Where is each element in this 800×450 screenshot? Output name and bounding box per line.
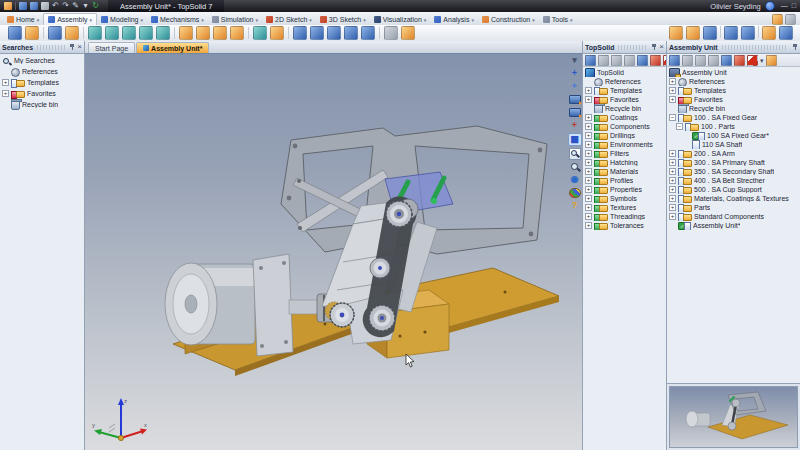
redo-icon[interactable]: ↷	[62, 2, 69, 10]
tree-item[interactable]: Recycle bin	[0, 99, 84, 110]
collapse-all-icon[interactable]	[611, 55, 622, 66]
ribbon-tab-analysis[interactable]: Analysis▾	[430, 14, 478, 25]
expander-icon[interactable]: +	[585, 141, 592, 148]
refresh-icon[interactable]: ↻	[92, 2, 99, 10]
surface-icon[interactable]	[213, 26, 227, 40]
chevron-down-icon[interactable]: ▾	[309, 17, 312, 23]
expander-icon[interactable]: +	[585, 132, 592, 139]
expander-icon[interactable]: +	[2, 79, 9, 86]
select-icon[interactable]	[585, 55, 596, 66]
tree-item[interactable]: 100 SA Fixed Gear*	[667, 131, 800, 140]
minimize-button[interactable]: —	[781, 2, 788, 10]
ribbon-tab-assembly[interactable]: Assembly▾	[43, 13, 97, 25]
expander-icon[interactable]: +	[669, 195, 676, 202]
filter-icon[interactable]	[598, 55, 609, 66]
sketch-icon[interactable]	[230, 26, 244, 40]
collapse-icon[interactable]: ▾	[569, 55, 581, 66]
insert-component-icon[interactable]	[766, 55, 777, 66]
ribbon-tab-mechanisms[interactable]: Mechanisms▾	[147, 14, 208, 25]
section-icon[interactable]	[401, 26, 415, 40]
expander-icon[interactable]: +	[585, 159, 592, 166]
expander-icon[interactable]: +	[669, 177, 676, 184]
pin-icon[interactable]	[792, 43, 798, 51]
flag-icon[interactable]	[650, 55, 661, 66]
filter-icon[interactable]	[682, 55, 693, 66]
user-avatar[interactable]	[765, 1, 775, 11]
dropdown-icon[interactable]: ▾	[760, 56, 764, 65]
tree-item[interactable]: Recycle bin	[667, 104, 800, 113]
tree-item[interactable]: 110 SA Shaft	[667, 140, 800, 149]
tree-item[interactable]: +Components	[583, 122, 666, 131]
expander-icon[interactable]: +	[585, 168, 592, 175]
panel-grip[interactable]	[37, 45, 65, 50]
expander-icon[interactable]: +	[585, 195, 592, 202]
tree-item[interactable]: +Templates	[667, 86, 800, 95]
tree-item[interactable]: +Favorites	[667, 95, 800, 104]
ribbon-tab-2d-sketch[interactable]: 2D Sketch▾	[262, 14, 316, 25]
tree-item[interactable]: +Standard Components	[667, 212, 800, 221]
rotate-icon[interactable]	[105, 26, 119, 40]
sync-icon[interactable]	[637, 55, 648, 66]
tree-item[interactable]: +Materials, Coatings & Textures	[667, 194, 800, 203]
tree-item[interactable]: TopSolid	[583, 68, 666, 77]
expander-icon[interactable]: +	[669, 204, 676, 211]
tree-item[interactable]: +Favorites	[583, 95, 666, 104]
view-back-icon[interactable]	[361, 26, 375, 40]
tree-item[interactable]: +300 . SA Primary Shaft	[667, 158, 800, 167]
list-icon[interactable]	[724, 26, 738, 40]
maximize-button[interactable]: □	[792, 2, 796, 10]
expander-icon[interactable]: +	[669, 150, 676, 157]
view-orient2-icon[interactable]	[569, 107, 581, 118]
tree-item[interactable]: +350 . SA Secondary Shaft	[667, 167, 800, 176]
chevron-down-icon[interactable]: ▾	[140, 17, 143, 23]
analysis-icon[interactable]	[384, 26, 398, 40]
tree-icon[interactable]	[741, 26, 755, 40]
tree-item[interactable]: Assembly Unit	[667, 68, 800, 77]
chevron-down-icon[interactable]: ▾	[37, 17, 40, 23]
help-icon[interactable]: ?	[569, 200, 581, 211]
tree-item[interactable]: +Environments	[583, 140, 666, 149]
view-iso-icon[interactable]	[310, 26, 324, 40]
document-tab-inactive[interactable]: Start Page	[88, 42, 135, 53]
tree-item[interactable]: +Profiles	[583, 176, 666, 185]
user-name[interactable]: Olivier Seyding	[710, 2, 760, 11]
render-icon[interactable]	[762, 26, 776, 40]
chevron-down-icon[interactable]: ▾	[363, 17, 366, 23]
assembly-icon[interactable]	[65, 26, 79, 40]
expander-icon[interactable]: +	[585, 114, 592, 121]
plane-icon[interactable]	[196, 26, 210, 40]
axis-icon[interactable]	[122, 26, 136, 40]
style-icon[interactable]	[772, 14, 783, 25]
tree-item[interactable]: References	[0, 66, 84, 77]
tree-item[interactable]: Recycle bin	[583, 104, 666, 113]
save-all-icon[interactable]	[30, 2, 38, 10]
chevron-down-icon[interactable]: ▾	[570, 17, 573, 23]
model-preview-thumbnail[interactable]	[669, 386, 798, 448]
zoom-icon[interactable]	[569, 161, 581, 172]
expander-icon[interactable]: +	[669, 96, 676, 103]
tree-item[interactable]: +Parts	[667, 203, 800, 212]
expander-icon[interactable]: +	[585, 213, 592, 220]
tree-item[interactable]: References	[583, 77, 666, 86]
edit-icon[interactable]: ✎	[72, 2, 79, 10]
chevron-down-icon[interactable]: ▾	[256, 17, 259, 23]
expander-icon[interactable]: +	[669, 78, 676, 85]
chevron-down-icon[interactable]: ▾	[424, 17, 427, 23]
viewport-3d[interactable]: z x y ▾+++▦◉?	[85, 54, 582, 450]
flag-icon[interactable]	[734, 55, 745, 66]
tree-item[interactable]: +Filters	[583, 149, 666, 158]
tree-item[interactable]: −100 . Parts	[667, 122, 800, 131]
tree-item[interactable]: +Textures	[583, 203, 666, 212]
new-document-icon[interactable]	[8, 26, 22, 40]
expander-icon[interactable]: +	[585, 222, 592, 229]
expander-icon[interactable]: +	[585, 177, 592, 184]
bom-icon[interactable]	[686, 26, 700, 40]
tree-item[interactable]: +Symbols	[583, 194, 666, 203]
ribbon-tab-3d-sketch[interactable]: 3D Sketch▾	[316, 14, 370, 25]
view-top-icon[interactable]	[327, 26, 341, 40]
expander-icon[interactable]: +	[669, 87, 676, 94]
family-icon[interactable]	[669, 26, 683, 40]
tree-item[interactable]: +200 . SA Arm	[667, 149, 800, 158]
include-component-icon[interactable]	[48, 26, 62, 40]
chevron-down-icon[interactable]: ▾	[471, 17, 474, 23]
